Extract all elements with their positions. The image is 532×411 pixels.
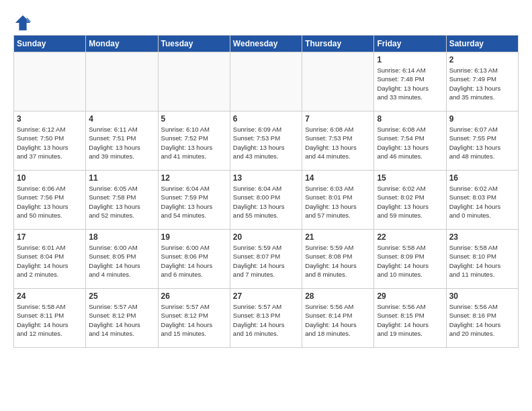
day-number: 15 [377, 173, 443, 183]
calendar-table: SundayMondayTuesdayWednesdayThursdayFrid… [13, 35, 519, 348]
page-wrapper: SundayMondayTuesdayWednesdayThursdayFrid… [13, 13, 519, 348]
day-number: 4 [89, 114, 154, 124]
calendar-row-4: 24Sunrise: 5:58 AM Sunset: 8:11 PM Dayli… [14, 289, 519, 348]
header-row: SundayMondayTuesdayWednesdayThursdayFrid… [14, 36, 519, 52]
day-number: 1 [377, 55, 443, 64]
cell-info: Sunrise: 6:06 AM Sunset: 7:56 PM Dayligh… [17, 184, 83, 220]
cell-info: Sunrise: 6:05 AM Sunset: 7:58 PM Dayligh… [89, 184, 154, 220]
calendar-cell: 12Sunrise: 6:04 AM Sunset: 7:59 PM Dayli… [158, 171, 230, 230]
calendar-cell: 26Sunrise: 5:57 AM Sunset: 8:12 PM Dayli… [158, 289, 230, 348]
calendar-cell [86, 52, 158, 111]
day-number: 11 [89, 173, 154, 183]
day-number: 17 [17, 232, 83, 242]
day-number: 2 [449, 55, 515, 64]
day-number: 10 [17, 173, 83, 183]
calendar-cell: 24Sunrise: 5:58 AM Sunset: 8:11 PM Dayli… [14, 289, 86, 348]
calendar-cell: 3Sunrise: 6:12 AM Sunset: 7:50 PM Daylig… [14, 111, 86, 171]
day-header-thursday: Thursday [302, 36, 374, 52]
calendar-cell: 10Sunrise: 6:06 AM Sunset: 7:56 PM Dayli… [14, 171, 86, 230]
cell-info: Sunrise: 6:02 AM Sunset: 8:02 PM Dayligh… [377, 184, 443, 220]
calendar-cell: 18Sunrise: 6:00 AM Sunset: 8:05 PM Dayli… [86, 230, 158, 289]
day-header-monday: Monday [86, 36, 158, 52]
calendar-cell: 27Sunrise: 5:57 AM Sunset: 8:13 PM Dayli… [230, 289, 302, 348]
day-number: 7 [305, 114, 371, 124]
day-header-tuesday: Tuesday [158, 36, 230, 52]
day-number: 14 [305, 173, 371, 183]
day-number: 3 [17, 114, 83, 124]
calendar-cell: 23Sunrise: 5:58 AM Sunset: 8:10 PM Dayli… [446, 230, 518, 289]
logo-area [13, 13, 35, 32]
calendar-cell: 25Sunrise: 5:57 AM Sunset: 8:12 PM Dayli… [86, 289, 158, 348]
cell-info: Sunrise: 6:00 AM Sunset: 8:05 PM Dayligh… [89, 243, 154, 279]
day-number: 21 [305, 232, 371, 242]
day-number: 19 [161, 232, 227, 242]
calendar-cell [14, 52, 86, 111]
cell-info: Sunrise: 6:00 AM Sunset: 8:06 PM Dayligh… [161, 243, 227, 279]
day-header-saturday: Saturday [446, 36, 518, 52]
cell-info: Sunrise: 6:02 AM Sunset: 8:03 PM Dayligh… [449, 184, 515, 220]
calendar-cell: 1Sunrise: 6:14 AM Sunset: 7:48 PM Daylig… [374, 52, 446, 111]
cell-info: Sunrise: 6:04 AM Sunset: 8:00 PM Dayligh… [233, 184, 299, 220]
calendar-cell: 20Sunrise: 5:59 AM Sunset: 8:07 PM Dayli… [230, 230, 302, 289]
day-number: 8 [377, 114, 443, 124]
cell-info: Sunrise: 6:07 AM Sunset: 7:55 PM Dayligh… [449, 125, 515, 161]
day-number: 13 [233, 173, 299, 183]
day-header-sunday: Sunday [14, 36, 86, 52]
cell-info: Sunrise: 6:08 AM Sunset: 7:54 PM Dayligh… [377, 125, 443, 161]
day-number: 20 [233, 232, 299, 242]
calendar-cell: 22Sunrise: 5:58 AM Sunset: 8:09 PM Dayli… [374, 230, 446, 289]
cell-info: Sunrise: 5:56 AM Sunset: 8:15 PM Dayligh… [377, 302, 443, 338]
day-header-friday: Friday [374, 36, 446, 52]
cell-info: Sunrise: 6:13 AM Sunset: 7:49 PM Dayligh… [449, 66, 515, 101]
calendar-cell: 19Sunrise: 6:00 AM Sunset: 8:06 PM Dayli… [158, 230, 230, 289]
cell-info: Sunrise: 5:57 AM Sunset: 8:12 PM Dayligh… [89, 302, 154, 338]
cell-info: Sunrise: 5:58 AM Sunset: 8:11 PM Dayligh… [17, 302, 83, 338]
day-number: 12 [161, 173, 227, 183]
calendar-cell [302, 52, 374, 111]
cell-info: Sunrise: 6:12 AM Sunset: 7:50 PM Dayligh… [17, 125, 83, 161]
calendar-row-0: 1Sunrise: 6:14 AM Sunset: 7:48 PM Daylig… [14, 52, 519, 111]
cell-info: Sunrise: 6:11 AM Sunset: 7:51 PM Dayligh… [89, 125, 154, 161]
calendar-cell: 11Sunrise: 6:05 AM Sunset: 7:58 PM Dayli… [86, 171, 158, 230]
calendar-row-1: 3Sunrise: 6:12 AM Sunset: 7:50 PM Daylig… [14, 111, 519, 171]
cell-info: Sunrise: 6:10 AM Sunset: 7:52 PM Dayligh… [161, 125, 227, 161]
day-number: 9 [449, 114, 515, 124]
day-number: 28 [305, 291, 371, 301]
calendar-cell: 8Sunrise: 6:08 AM Sunset: 7:54 PM Daylig… [374, 111, 446, 171]
calendar-row-2: 10Sunrise: 6:06 AM Sunset: 7:56 PM Dayli… [14, 171, 519, 230]
calendar-cell: 17Sunrise: 6:01 AM Sunset: 8:04 PM Dayli… [14, 230, 86, 289]
cell-info: Sunrise: 5:58 AM Sunset: 8:09 PM Dayligh… [377, 243, 443, 279]
cell-info: Sunrise: 5:59 AM Sunset: 8:08 PM Dayligh… [305, 243, 371, 279]
day-number: 23 [449, 232, 515, 242]
calendar-cell: 6Sunrise: 6:09 AM Sunset: 7:53 PM Daylig… [230, 111, 302, 171]
calendar-cell: 30Sunrise: 5:56 AM Sunset: 8:16 PM Dayli… [446, 289, 518, 348]
cell-info: Sunrise: 6:14 AM Sunset: 7:48 PM Dayligh… [377, 66, 443, 101]
cell-info: Sunrise: 6:09 AM Sunset: 7:53 PM Dayligh… [233, 125, 299, 161]
cell-info: Sunrise: 6:04 AM Sunset: 7:59 PM Dayligh… [161, 184, 227, 220]
day-number: 22 [377, 232, 443, 242]
day-number: 24 [17, 291, 83, 301]
calendar-row-3: 17Sunrise: 6:01 AM Sunset: 8:04 PM Dayli… [14, 230, 519, 289]
calendar-cell: 28Sunrise: 5:56 AM Sunset: 8:14 PM Dayli… [302, 289, 374, 348]
day-number: 6 [233, 114, 299, 124]
calendar-cell: 14Sunrise: 6:03 AM Sunset: 8:01 PM Dayli… [302, 171, 374, 230]
calendar-cell: 5Sunrise: 6:10 AM Sunset: 7:52 PM Daylig… [158, 111, 230, 171]
cell-info: Sunrise: 5:56 AM Sunset: 8:16 PM Dayligh… [449, 302, 515, 338]
cell-info: Sunrise: 6:08 AM Sunset: 7:53 PM Dayligh… [305, 125, 371, 161]
calendar-cell: 4Sunrise: 6:11 AM Sunset: 7:51 PM Daylig… [86, 111, 158, 171]
day-number: 30 [449, 291, 515, 301]
day-number: 18 [89, 232, 154, 242]
cell-info: Sunrise: 5:58 AM Sunset: 8:10 PM Dayligh… [449, 243, 515, 279]
day-number: 16 [449, 173, 515, 183]
day-number: 25 [89, 291, 154, 301]
cell-info: Sunrise: 5:56 AM Sunset: 8:14 PM Dayligh… [305, 302, 371, 338]
day-number: 29 [377, 291, 443, 301]
calendar-cell: 29Sunrise: 5:56 AM Sunset: 8:15 PM Dayli… [374, 289, 446, 348]
calendar-cell: 13Sunrise: 6:04 AM Sunset: 8:00 PM Dayli… [230, 171, 302, 230]
day-number: 27 [233, 291, 299, 301]
day-number: 5 [161, 114, 227, 124]
logo-icon [13, 13, 32, 32]
day-number: 26 [161, 291, 227, 301]
calendar-cell: 9Sunrise: 6:07 AM Sunset: 7:55 PM Daylig… [446, 111, 518, 171]
svg-marker-0 [15, 15, 30, 30]
